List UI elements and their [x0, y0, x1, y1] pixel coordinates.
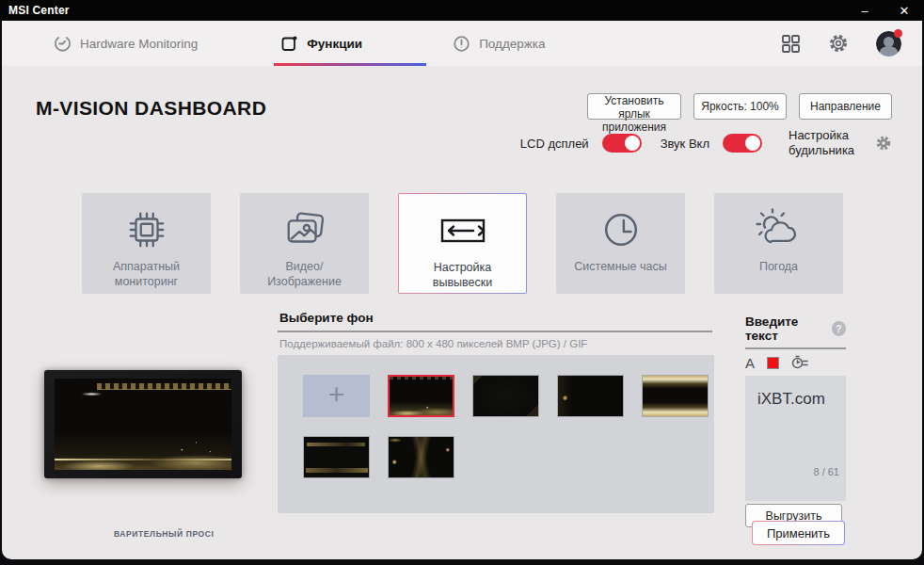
- minimize-button[interactable]: –: [845, 0, 884, 21]
- preview-marquee-text: ВАРИТЕЛЬНЫЙ ПРОСI: [114, 529, 214, 539]
- sound-toggle[interactable]: [723, 134, 762, 153]
- tab-label: Поддержка: [479, 37, 545, 51]
- tile-label: Аппаратный мониторинг: [82, 259, 211, 290]
- tile-weather[interactable]: Погода: [714, 193, 843, 294]
- apps-icon: [280, 35, 298, 53]
- background-section-title: Выберите фон: [279, 311, 374, 325]
- background-panel: +: [278, 355, 714, 513]
- plus-icon: +: [328, 380, 345, 409]
- msi-center-window: MSI Center – ✕ Hardware Monitoring: [0, 0, 924, 565]
- support-icon: [453, 35, 470, 53]
- grid-icon[interactable]: [781, 34, 801, 54]
- avatar-body: [880, 46, 898, 57]
- thumbnail-gold-streaks[interactable]: [642, 375, 709, 417]
- lcd-toggle-label: LCD дсплей: [520, 137, 589, 151]
- tab-support[interactable]: Поддержка: [453, 21, 545, 66]
- sound-toggle-label: Звук Вкл: [661, 137, 709, 151]
- thumbnail-gold-sparkle-selected[interactable]: [388, 375, 454, 417]
- text-section-divider: [745, 347, 846, 349]
- marquee-icon: [439, 202, 486, 260]
- character-counter: 8 / 61: [813, 466, 839, 477]
- clock-icon: [599, 201, 643, 259]
- thumbnail-gold-lines[interactable]: [303, 436, 370, 478]
- lcd-preview-frame: [44, 370, 242, 478]
- close-button[interactable]: ✕: [884, 0, 924, 21]
- tile-video-image[interactable]: Видео/Изображение: [240, 193, 369, 294]
- tab-label: Функции: [307, 37, 362, 51]
- lcd-preview-screen: [55, 379, 231, 470]
- tile-marquee-settings[interactable]: Настройка вывывески: [398, 193, 527, 294]
- window-title: MSI Center: [8, 4, 70, 17]
- chip-icon: [125, 201, 168, 259]
- marquee-text-value: iXBT.com: [745, 376, 846, 409]
- thumbnail-grid: +: [303, 375, 709, 478]
- add-background-thumbnail[interactable]: +: [303, 375, 370, 417]
- color-picker-icon[interactable]: [767, 357, 779, 369]
- background-section-divider: [278, 331, 712, 332]
- tab-functions[interactable]: Функции: [280, 21, 362, 66]
- weather-icon: [755, 201, 804, 259]
- gauge-icon: [54, 35, 72, 53]
- background-section-subtitle: Поддерживаемый файл: 800 x 480 пикселей …: [279, 338, 587, 349]
- tile-label: Погода: [750, 259, 807, 274]
- tab-hardware-monitoring[interactable]: Hardware Monitoring: [54, 21, 198, 66]
- speed-icon[interactable]: [791, 355, 808, 370]
- top-navigation: Hardware Monitoring Функции: [2, 21, 922, 66]
- alarm-settings-label: Настройка будильника: [789, 128, 862, 159]
- feature-tiles: Аппаратный мониторинг Видео/Изображение: [82, 193, 843, 294]
- help-icon[interactable]: ?: [832, 321, 846, 336]
- marquee-text-input[interactable]: iXBT.com 8 / 61: [745, 376, 846, 501]
- thumbnail-gold-arrows[interactable]: [388, 436, 454, 478]
- thumbnail-gold-emblem[interactable]: [557, 375, 624, 417]
- tile-system-clock[interactable]: Системные часы: [556, 193, 685, 294]
- install-shortcut-button[interactable]: Установить ярлык приложения: [587, 93, 681, 120]
- text-section-title: Введите текст: [745, 315, 832, 343]
- avatar-head: [884, 37, 894, 47]
- lcd-toggle[interactable]: [602, 134, 642, 153]
- thumbnail-dark-triangles[interactable]: [472, 375, 539, 417]
- tab-label: Hardware Monitoring: [80, 37, 198, 51]
- text-input-panel: Введите текст ? A: [745, 315, 846, 527]
- image-icon: [282, 201, 327, 259]
- notification-dot: [894, 29, 902, 38]
- tile-label: Видео/Изображение: [240, 259, 369, 290]
- dashboard-main: M-VISION DASHBOARD Установить ярлык прил…: [2, 66, 922, 559]
- alarm-gear-icon[interactable]: [875, 135, 892, 152]
- tile-label: Настройка вывывески: [399, 260, 526, 291]
- brightness-button[interactable]: Яркость: 100%: [693, 93, 787, 120]
- content-area: Hardware Monitoring Функции: [2, 21, 922, 559]
- apply-button[interactable]: Применить: [752, 521, 845, 545]
- tile-hardware-monitoring[interactable]: Аппаратный мониторинг: [82, 193, 211, 294]
- gear-icon[interactable]: [828, 33, 849, 54]
- window-titlebar: MSI Center – ✕: [0, 0, 924, 21]
- page-title: M-VISION DASHBOARD: [36, 97, 266, 120]
- font-icon[interactable]: A: [745, 355, 755, 371]
- avatar[interactable]: [876, 31, 901, 56]
- tile-label: Системные часы: [565, 259, 676, 274]
- direction-button[interactable]: Направление: [799, 93, 892, 120]
